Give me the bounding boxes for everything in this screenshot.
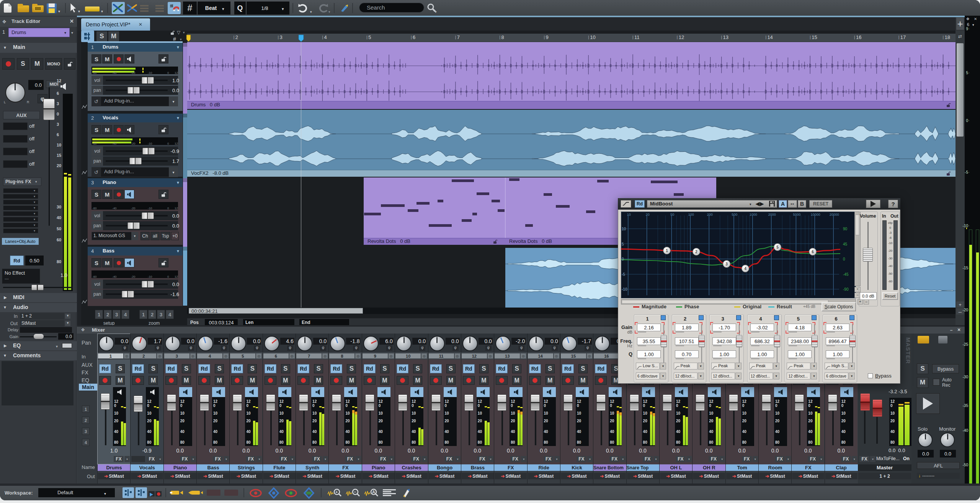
- svg-text:A: A: [372, 490, 375, 494]
- svg-text:−: −: [354, 490, 356, 494]
- svg-text:+: +: [335, 490, 338, 494]
